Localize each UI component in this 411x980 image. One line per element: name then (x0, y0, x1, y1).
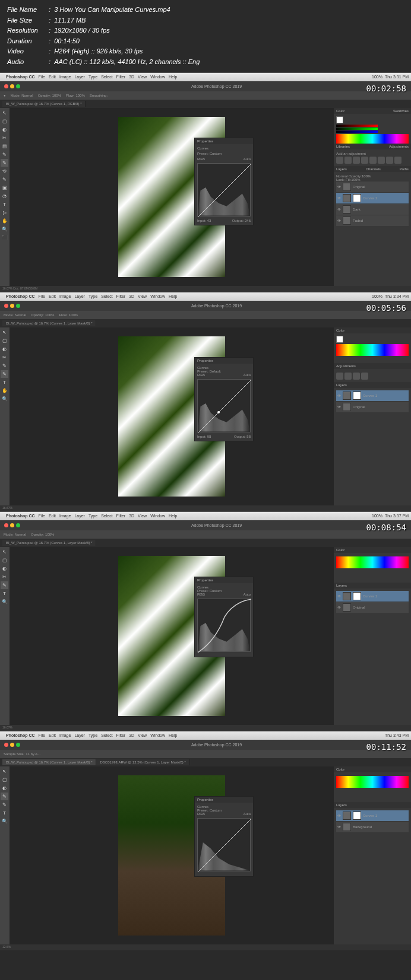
marquee-tool[interactable]: ▢ (1, 337, 8, 345)
type-tool[interactable]: T (1, 378, 8, 386)
menu-help[interactable]: Help (169, 75, 177, 79)
auto-button[interactable]: Auto (244, 157, 251, 161)
layer-faded[interactable]: 👁Faded (336, 215, 409, 226)
rgb-sliders[interactable] (336, 125, 409, 133)
canvas-area[interactable]: Properties Curves Preset: Custom RGBAuto (10, 547, 334, 725)
lasso-tool[interactable]: ◐ (1, 345, 8, 353)
levels-icon[interactable] (344, 157, 352, 164)
crop-tool[interactable]: ✂ (1, 354, 8, 361)
layer-curves1[interactable]: 👁Curves 1 (336, 390, 409, 401)
frame-tool[interactable]: ▤ (1, 142, 8, 150)
layer-curves1[interactable]: 👁Curves 1 (336, 193, 409, 203)
brightness-icon[interactable] (336, 157, 343, 164)
layer-dark[interactable]: 👁Dark (336, 204, 409, 215)
clone-tool[interactable]: ⟲ (1, 167, 8, 175)
hand-tool[interactable]: ✋ (1, 217, 8, 225)
foreground-color[interactable]: ⬛ (1, 234, 8, 241)
auto-button[interactable]: Auto (244, 812, 251, 816)
layer-original[interactable]: 👁Original (336, 402, 409, 412)
menu-image[interactable]: Image (59, 294, 71, 298)
adj-icon[interactable] (344, 373, 352, 380)
flow-input[interactable]: 100% (75, 94, 84, 97)
layer-original[interactable]: 👁Original (336, 602, 409, 613)
marquee-tool[interactable]: ▢ (1, 117, 8, 125)
layer-thumb[interactable] (343, 392, 351, 400)
menu-filter[interactable]: Filter (116, 294, 126, 298)
close-button[interactable] (4, 304, 8, 308)
layer-thumb[interactable] (343, 205, 351, 214)
visibility-icon[interactable]: 👁 (337, 394, 341, 397)
maximize-button[interactable] (16, 743, 20, 747)
layers-tab[interactable]: Layers (336, 167, 347, 171)
canvas-area[interactable]: Properties Curves Preset: Custom RGBAuto (10, 766, 334, 944)
minimize-button[interactable] (10, 84, 14, 88)
color-tab[interactable]: Color (336, 329, 344, 332)
adjustments-tab[interactable]: Adjustments (389, 145, 409, 148)
menu-3d[interactable]: 3D (129, 294, 134, 298)
minimize-button[interactable] (10, 523, 14, 527)
brush-tool[interactable]: ✎ (1, 159, 8, 167)
brush-preview-icon[interactable]: ● (4, 94, 6, 97)
channels-tab[interactable]: Channels (366, 167, 381, 171)
path-tool[interactable]: ▷ (1, 209, 8, 217)
layer-curves1[interactable]: 👁Curves 1 (336, 810, 409, 821)
maximize-button[interactable] (16, 304, 20, 308)
curves-graph[interactable] (197, 379, 251, 432)
hue-icon[interactable] (378, 157, 385, 164)
close-button[interactable] (4, 743, 8, 747)
mode-dropdown[interactable]: Normal (15, 313, 26, 317)
preset-dropdown[interactable]: Custom (210, 589, 222, 593)
minimize-button[interactable] (10, 304, 14, 308)
menu-window[interactable]: Window (150, 75, 165, 79)
curves-graph[interactable] (197, 163, 251, 217)
layer-original[interactable]: 👁Original (336, 182, 409, 192)
color-spectrum[interactable] (336, 556, 409, 568)
exposure-icon[interactable] (361, 157, 368, 164)
minimize-button[interactable] (10, 743, 14, 747)
fill-value[interactable]: 100% (351, 178, 360, 182)
layer-thumb[interactable] (343, 194, 351, 202)
layer-mask-thumb[interactable] (353, 392, 361, 400)
sample-size-dropdown[interactable]: 11 by A... (26, 752, 40, 756)
visibility-icon[interactable]: 👁 (337, 219, 341, 222)
curve-line[interactable] (198, 819, 250, 871)
channel-dropdown[interactable]: RGB (197, 373, 205, 377)
layers-tab[interactable]: Layers (336, 383, 347, 387)
document-tab[interactable]: BI_W_Points.psd @ 16.7% (Curves 1, Layer… (2, 320, 96, 326)
move-tool[interactable]: ↖ (1, 329, 8, 336)
curve-line[interactable] (198, 599, 250, 651)
curves-graph[interactable] (197, 818, 251, 871)
document-tab[interactable]: BI_W_Points.psd @ 16.7% (Curves 1, Layer… (2, 540, 96, 546)
color-tab[interactable]: Color (336, 109, 344, 113)
canvas-area[interactable]: Properties Curves Preset: Custom RGBAuto… (10, 108, 334, 286)
visibility-icon[interactable]: 👁 (337, 208, 341, 211)
output-value[interactable]: 58 (246, 435, 251, 438)
channel-dropdown[interactable]: RGB (197, 593, 205, 596)
layer-curves1[interactable]: 👁Curves 1 (336, 591, 409, 602)
colorbalance-icon[interactable] (386, 157, 393, 164)
menu-type[interactable]: Type (88, 75, 97, 79)
preset-dropdown[interactable]: Custom (210, 809, 222, 812)
layer-background[interactable]: 👁Background (336, 822, 409, 832)
layer-opacity-value[interactable]: 100% (362, 174, 371, 178)
menu-image[interactable]: Image (59, 75, 71, 79)
bw-icon[interactable] (394, 157, 401, 164)
menu-file[interactable]: File (39, 294, 45, 298)
menu-layer[interactable]: Layer (74, 75, 85, 79)
menu-type[interactable]: Type (88, 294, 97, 298)
zoom-tool[interactable]: 🔍 (1, 395, 8, 403)
type-tool[interactable]: T (1, 201, 8, 208)
eraser-tool[interactable]: ✎ (1, 176, 8, 183)
opacity-input[interactable]: 100% (45, 313, 54, 317)
menu-select[interactable]: Select (101, 75, 112, 79)
menu-help[interactable]: Help (169, 294, 177, 298)
maximize-button[interactable] (16, 523, 20, 527)
curves-icon[interactable] (353, 157, 360, 164)
layer-mask-thumb[interactable] (353, 194, 361, 202)
menu-edit[interactable]: Edit (49, 294, 56, 298)
layer-thumb[interactable] (343, 183, 351, 191)
curve-line[interactable] (198, 380, 250, 432)
channel-dropdown[interactable]: RGB (197, 157, 205, 161)
menu-file[interactable]: File (39, 75, 45, 79)
layer-thumb[interactable] (343, 403, 351, 411)
